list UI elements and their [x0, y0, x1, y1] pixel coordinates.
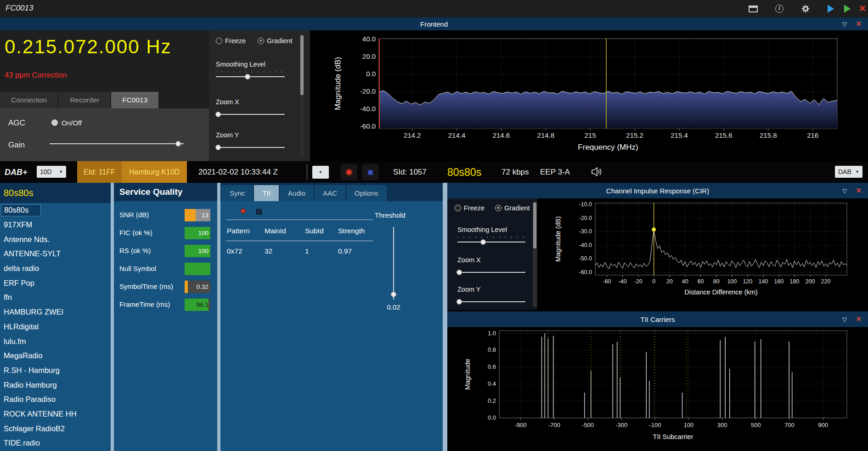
station-name: delta radio: [4, 264, 39, 273]
frontend-tab-recorder[interactable]: Recorder: [59, 92, 110, 108]
station-list-item[interactable]: ANTENNE-SYLT: [0, 247, 111, 261]
station-list-item[interactable]: Radio Hamburg: [0, 378, 111, 392]
signal-tab-sync[interactable]: Sync: [221, 185, 253, 201]
station-list-item[interactable]: ERF Pop: [0, 276, 111, 290]
station-list-item[interactable]: 80s80s: [0, 203, 111, 218]
freeze-radio[interactable]: [216, 38, 222, 44]
splitter-handle[interactable]: [111, 183, 114, 451]
cir-close-icon[interactable]: ✕: [856, 186, 862, 195]
station-list-item[interactable]: TIDE.radio: [0, 436, 111, 451]
station-list-item[interactable]: 917XFM: [0, 218, 111, 232]
scrollbar-thumb[interactable]: [533, 203, 536, 248]
splitter-handle[interactable]: [217, 183, 220, 451]
spectrum-window-icon[interactable]: [749, 6, 758, 12]
cir-chart: -60-40-20020406080100120140160180200220-…: [537, 198, 868, 310]
gradient-label: Gradient: [267, 37, 293, 45]
frontend-tab-connection[interactable]: Connection: [0, 92, 58, 108]
info-icon[interactable]: i: [775, 5, 783, 13]
cir-collapse-icon[interactable]: ▽: [842, 187, 847, 194]
station-list-item[interactable]: Radio Paradiso: [0, 392, 111, 407]
separator-line: [226, 220, 373, 220]
cir-controls-scrollbar[interactable]: [533, 201, 537, 307]
start-green-play-icon[interactable]: [844, 5, 851, 13]
svg-text:-10.0: -10.0: [579, 201, 592, 208]
station-list-item[interactable]: delta radio: [0, 261, 111, 276]
cir-gradient-radio[interactable]: ✕: [495, 205, 502, 211]
tii-table-cell: 1: [305, 247, 338, 255]
stop-button[interactable]: [362, 164, 378, 180]
mode-dropdown[interactable]: DAB ▼: [835, 166, 862, 178]
zoom-x-slider[interactable]: [216, 111, 285, 118]
gain-slider[interactable]: [50, 141, 184, 147]
station-list-item[interactable]: ROCK ANTENNE HH: [0, 407, 111, 422]
svg-text:214.4: 214.4: [448, 131, 466, 139]
tii-column-header: SubId: [305, 227, 338, 235]
tii-close-icon[interactable]: ✕: [856, 315, 862, 323]
timestamp-dropdown-button[interactable]: ▼: [312, 166, 329, 179]
tii-status-red-dot-icon: [241, 209, 246, 214]
svg-text:180: 180: [790, 278, 800, 285]
svg-text:20.0: 20.0: [362, 52, 376, 60]
gain-slider-handle[interactable]: [175, 141, 181, 147]
svg-text:-40.0: -40.0: [360, 105, 376, 113]
cir-smoothing-slider-handle[interactable]: [480, 239, 486, 245]
tii-table-row: 0x723210.97: [227, 247, 374, 255]
zoom-y-slider-handle[interactable]: [215, 145, 221, 150]
service-quality-title: Service Quality: [114, 183, 217, 201]
cir-zoom-x-slider-handle[interactable]: [457, 270, 462, 275]
spectrum-controls-scrollbar[interactable]: [300, 34, 304, 157]
smoothing-slider[interactable]: [216, 73, 285, 80]
threshold-slider-handle[interactable]: [391, 292, 396, 297]
station-list-item[interactable]: HLRdigital: [0, 320, 111, 334]
tii-collapse-icon[interactable]: ▽: [842, 316, 847, 323]
start-blue-play-icon[interactable]: [828, 5, 834, 13]
quality-row: FIC (ok %)100: [114, 225, 217, 242]
frontend-tab-fc0013[interactable]: FC0013: [111, 92, 158, 108]
smoothing-slider-handle[interactable]: [245, 74, 250, 79]
gradient-radio[interactable]: ✕: [258, 38, 264, 44]
tii-panel-header: TII Carriers ▽ ✕: [447, 311, 868, 327]
station-list-item[interactable]: MegaRadio: [0, 349, 111, 363]
speaker-icon[interactable]: [591, 166, 603, 180]
scrollbar-thumb[interactable]: [300, 35, 304, 95]
station-list-item[interactable]: Antenne Nds.: [0, 232, 111, 247]
cir-zoom-y-slider-handle[interactable]: [457, 299, 462, 304]
splitter-handle[interactable]: [443, 183, 447, 451]
smoothing-slider-track: [216, 76, 285, 77]
tii-column-header: MainId: [265, 227, 305, 235]
app-close-icon[interactable]: ✕: [859, 3, 866, 14]
station-list-item[interactable]: Schlager RadioB2: [0, 421, 111, 436]
station-name: HAMBURG ZWEI: [4, 308, 63, 316]
zoom-y-label: Zoom Y: [216, 131, 239, 139]
spectrum-display-controls: Freeze ✕ Gradient Smoothing Level Zoom X…: [209, 30, 310, 161]
threshold-slider[interactable]: [390, 227, 397, 299]
signal-tab-options[interactable]: Options: [346, 185, 387, 201]
station-name: Radio Paradiso: [4, 395, 56, 404]
station-list-item[interactable]: lulu.fm: [0, 334, 111, 349]
signal-tab-aac[interactable]: AAC: [315, 185, 345, 201]
settings-gear-icon[interactable]: [801, 4, 810, 15]
station-name: R.SH - Hamburg: [4, 366, 60, 375]
frontend-close-icon[interactable]: ✕: [856, 20, 862, 28]
frontend-collapse-icon[interactable]: ▽: [842, 21, 847, 28]
cir-freeze-radio[interactable]: [455, 205, 461, 211]
cir-smoothing-label: Smoothing Level: [457, 226, 507, 233]
quality-row: SNR (dB)13: [114, 207, 217, 225]
svg-text:215.8: 215.8: [760, 131, 777, 139]
channel-dropdown[interactable]: 10D ▼: [37, 166, 66, 178]
zoom-y-slider[interactable]: [216, 144, 285, 151]
station-list-item[interactable]: ffn: [0, 290, 111, 305]
record-button[interactable]: [341, 164, 357, 180]
cir-smoothing-slider[interactable]: [457, 239, 525, 245]
signal-tab-audio[interactable]: Audio: [280, 185, 314, 201]
signal-tab-tii[interactable]: TII: [254, 185, 279, 201]
svg-text:700: 700: [784, 422, 795, 428]
service-id: SId: 1057: [393, 168, 427, 177]
cir-zoom-y-slider[interactable]: [457, 299, 525, 305]
station-list-item[interactable]: HAMBURG ZWEI: [0, 305, 111, 320]
cir-zoom-x-slider[interactable]: [457, 269, 525, 276]
station-list-item[interactable]: R.SH - Hamburg: [0, 363, 111, 378]
agc-onoff-radio[interactable]: [51, 119, 58, 126]
zoom-x-slider-handle[interactable]: [215, 112, 221, 117]
dab-toolbar: DAB+ 10D ▼ EId: 11FF Hamburg K10D 2021-0…: [0, 161, 868, 183]
